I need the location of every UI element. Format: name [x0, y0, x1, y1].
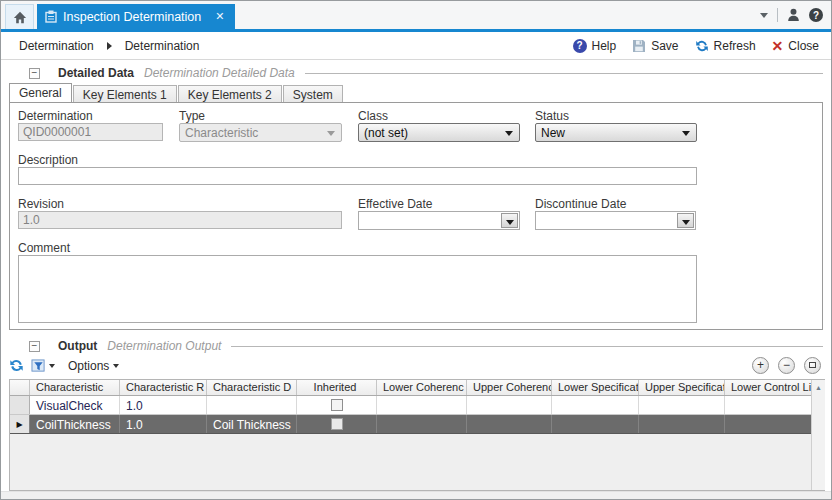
grid-vertical-scrollbar[interactable]: ▲ — [811, 380, 825, 490]
form-tabs: General Key Elements 1 Key Elements 2 Sy… — [9, 84, 344, 102]
chevron-down-icon — [506, 220, 514, 225]
cell-characteristic-r: 1.0 — [120, 415, 207, 433]
cell-lower-control-limit — [725, 396, 812, 414]
column-header-characteristic[interactable]: Characteristic — [30, 380, 120, 395]
effective-date-field[interactable] — [358, 211, 520, 230]
user-icon[interactable] — [787, 8, 800, 22]
divider — [777, 8, 778, 22]
refresh-button[interactable]: Refresh — [695, 39, 756, 53]
help-label: Help — [592, 39, 617, 53]
breadcrumb: Determination Determination — [19, 39, 199, 53]
cell-upper-coherence — [467, 396, 552, 414]
class-select[interactable]: (not set) — [358, 123, 520, 142]
help-button[interactable]: ? Help — [573, 39, 617, 53]
column-header-upper-specification[interactable]: Upper Specificat — [639, 380, 725, 395]
determination-label: Determination — [18, 109, 93, 123]
cell-upper-coherence — [467, 415, 552, 433]
fit-window-icon[interactable] — [804, 357, 821, 374]
cell-lower-specification — [552, 396, 639, 414]
chevron-down-icon — [327, 131, 335, 136]
calendar-dropdown-button[interactable] — [677, 213, 694, 228]
tab-label: Inspection Determination — [63, 10, 201, 24]
scroll-up-icon[interactable]: ▲ — [812, 380, 825, 395]
cell-characteristic: CoilThickness — [30, 415, 120, 433]
cell-inherited — [297, 396, 377, 414]
zoom-out-icon[interactable]: − — [778, 357, 795, 374]
column-header-inherited[interactable]: Inherited — [297, 380, 377, 395]
revision-label: Revision — [18, 197, 64, 211]
breadcrumb-current[interactable]: Determination — [125, 39, 200, 53]
bottom-margin — [1, 491, 831, 499]
calendar-dropdown-button[interactable] — [501, 213, 518, 228]
table-row[interactable]: VisualCheck 1.0 — [10, 396, 825, 415]
section-title: Output — [58, 339, 97, 353]
revision-field — [18, 211, 342, 229]
table-row-selected[interactable]: ▶ CoilThickness 1.0 Coil Thickness — [10, 415, 825, 434]
home-icon — [13, 11, 27, 24]
cell-inherited — [297, 415, 377, 433]
save-label: Save — [651, 39, 678, 53]
discontinue-date-field[interactable] — [535, 211, 696, 230]
output-grid: Characteristic Characteristic R Characte… — [9, 379, 825, 491]
status-select[interactable]: New — [535, 123, 697, 142]
cell-characteristic: VisualCheck — [30, 396, 120, 414]
help-icon: ? — [573, 39, 587, 53]
description-field[interactable] — [18, 167, 697, 185]
section-subtitle: Determination Detailed Data — [144, 66, 295, 80]
close-button[interactable]: ✕ Close — [772, 39, 819, 53]
save-button[interactable]: Save — [632, 39, 678, 53]
column-header-lower-specification[interactable]: Lower Specificat — [552, 380, 639, 395]
status-label: Status — [535, 109, 569, 123]
refresh-grid-icon[interactable] — [9, 358, 24, 373]
cell-characteristic-r: 1.0 — [120, 396, 207, 414]
cell-lower-coherence — [377, 415, 467, 433]
tab-key-elements-2[interactable]: Key Elements 2 — [178, 85, 282, 102]
column-header-characteristic-d[interactable]: Characteristic D — [207, 380, 297, 395]
cell-upper-specification — [639, 415, 725, 433]
row-selector-cell[interactable] — [10, 396, 30, 414]
topbar-actions: ? — [760, 5, 823, 25]
save-icon — [632, 39, 646, 53]
tab-inspection-determination[interactable]: Inspection Determination ✕ — [37, 4, 235, 29]
column-header-characteristic-r[interactable]: Characteristic R — [120, 380, 207, 395]
inherited-checkbox[interactable] — [331, 418, 343, 430]
command-actions: ? Help Save Refresh ✕ Close — [573, 39, 820, 53]
chevron-down-icon — [113, 364, 119, 368]
column-header-lower-coherence[interactable]: Lower Coherenc — [377, 380, 467, 395]
form-icon — [45, 10, 57, 23]
cell-characteristic-d: Coil Thickness — [207, 415, 297, 433]
tab-close-icon[interactable]: ✕ — [215, 10, 224, 23]
column-header-upper-coherence[interactable]: Upper Coherenc — [467, 380, 552, 395]
chevron-down-icon[interactable] — [760, 13, 768, 18]
inherited-checkbox[interactable] — [331, 399, 343, 411]
description-label: Description — [18, 153, 78, 167]
current-row-indicator[interactable]: ▶ — [10, 415, 30, 433]
comment-field[interactable] — [18, 255, 697, 323]
effective-date-label: Effective Date — [358, 197, 432, 211]
refresh-label: Refresh — [714, 39, 756, 53]
help-icon[interactable]: ? — [809, 8, 823, 22]
cell-lower-specification — [552, 415, 639, 433]
section-rule — [305, 73, 823, 74]
filter-menu-button[interactable] — [31, 359, 55, 373]
refresh-icon — [695, 39, 709, 53]
collapse-output-icon[interactable]: − — [29, 341, 40, 352]
tab-key-elements-1[interactable]: Key Elements 1 — [73, 85, 177, 102]
options-menu-button[interactable]: Options — [68, 359, 119, 373]
collapse-detailed-data-icon[interactable]: − — [29, 68, 40, 79]
tab-strip: Inspection Determination ✕ ? — [1, 1, 831, 29]
tab-general[interactable]: General — [9, 83, 72, 102]
column-header-lower-control-limit[interactable]: Lower Control Li — [725, 380, 812, 395]
comment-label: Comment — [18, 241, 70, 255]
close-label: Close — [788, 39, 819, 53]
breadcrumb-arrow-icon — [107, 42, 112, 50]
home-tab[interactable] — [5, 4, 34, 29]
breadcrumb-parent[interactable]: Determination — [19, 39, 94, 53]
cell-lower-control-limit — [725, 415, 812, 433]
tab-system[interactable]: System — [283, 85, 343, 102]
section-title: Detailed Data — [58, 66, 134, 80]
zoom-in-icon[interactable]: + — [752, 357, 769, 374]
discontinue-date-label: Discontinue Date — [535, 197, 626, 211]
row-selector-header — [10, 380, 30, 395]
type-label: Type — [179, 109, 205, 123]
